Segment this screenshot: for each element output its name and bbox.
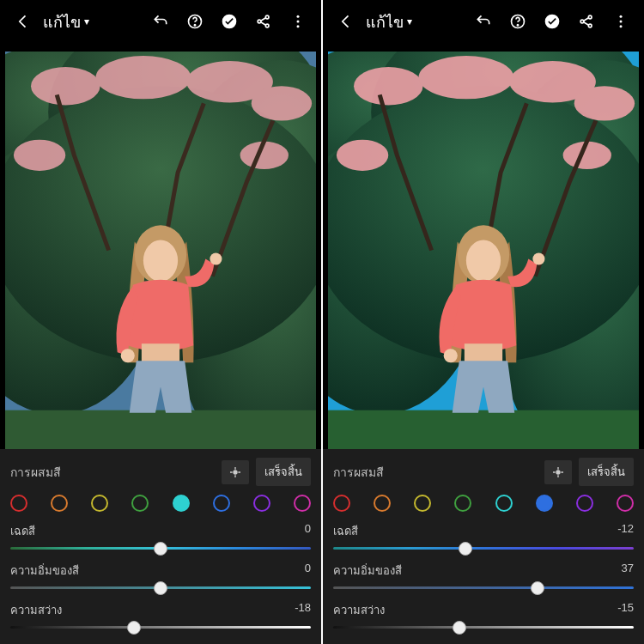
svg-point-1 bbox=[194, 25, 195, 26]
mix-label: การผสมสี bbox=[333, 463, 384, 482]
svg-point-37 bbox=[620, 25, 623, 27]
swatch-yellow[interactable] bbox=[91, 495, 108, 512]
svg-point-4 bbox=[265, 15, 269, 19]
svg-point-53 bbox=[466, 240, 501, 281]
slider-thumb[interactable] bbox=[154, 542, 167, 556]
svg-point-6 bbox=[297, 15, 300, 18]
svg-point-32 bbox=[580, 20, 584, 23]
swatch-purple[interactable] bbox=[253, 495, 270, 512]
svg-point-17 bbox=[96, 56, 191, 99]
lum-track[interactable] bbox=[333, 626, 634, 629]
sat-track[interactable] bbox=[10, 586, 311, 589]
confirm-icon[interactable] bbox=[538, 7, 567, 36]
target-picker-icon[interactable] bbox=[222, 460, 249, 484]
sat-value: 37 bbox=[622, 562, 634, 580]
slider-thumb[interactable] bbox=[127, 621, 141, 635]
color-swatches bbox=[10, 495, 311, 512]
topbar: แก้ไข▾ bbox=[323, 0, 644, 43]
svg-rect-56 bbox=[465, 343, 502, 362]
done-button[interactable]: เสร็จสิ้น bbox=[579, 458, 634, 486]
hue-track[interactable] bbox=[10, 547, 311, 550]
done-button[interactable]: เสร็จสิ้น bbox=[256, 458, 311, 486]
swatch-magenta[interactable] bbox=[294, 495, 311, 512]
svg-point-35 bbox=[620, 15, 623, 18]
svg-point-28 bbox=[234, 471, 237, 474]
svg-point-34 bbox=[588, 24, 592, 27]
svg-point-20 bbox=[14, 140, 65, 171]
target-picker-icon[interactable] bbox=[544, 460, 572, 484]
swatch-red[interactable] bbox=[333, 495, 350, 512]
svg-rect-27 bbox=[142, 343, 179, 362]
svg-rect-22 bbox=[5, 410, 316, 449]
color-mix-controls: การผสมสี เสร็จสิ้น เฉดสี-12 ความอิ่มของส… bbox=[323, 449, 644, 644]
svg-point-7 bbox=[297, 21, 300, 23]
slider-thumb[interactable] bbox=[453, 621, 466, 635]
swatch-yellow[interactable] bbox=[414, 495, 431, 512]
share-icon[interactable] bbox=[249, 7, 278, 36]
title-dropdown[interactable]: แก้ไข▾ bbox=[43, 9, 89, 34]
hue-value: 0 bbox=[305, 522, 311, 540]
help-icon[interactable] bbox=[180, 7, 210, 36]
hue-track[interactable] bbox=[333, 547, 634, 550]
swatch-aqua[interactable] bbox=[173, 495, 190, 512]
svg-point-3 bbox=[258, 20, 261, 23]
svg-point-46 bbox=[419, 56, 514, 99]
undo-icon[interactable] bbox=[146, 7, 175, 36]
svg-point-33 bbox=[588, 15, 592, 19]
swatch-green[interactable] bbox=[454, 495, 471, 512]
sat-value: 0 bbox=[305, 562, 311, 580]
swatch-orange[interactable] bbox=[374, 495, 391, 512]
svg-point-54 bbox=[444, 349, 458, 362]
sat-track[interactable] bbox=[333, 586, 634, 589]
svg-point-26 bbox=[210, 253, 222, 265]
svg-point-48 bbox=[574, 86, 635, 120]
lum-track[interactable] bbox=[10, 626, 311, 629]
title-dropdown[interactable]: แก้ไข▾ bbox=[366, 9, 412, 34]
hue-value: -12 bbox=[617, 522, 634, 540]
swatch-purple[interactable] bbox=[576, 495, 593, 512]
image-preview bbox=[0, 43, 321, 449]
svg-rect-51 bbox=[328, 410, 639, 449]
chevron-down-icon: ▾ bbox=[407, 15, 412, 27]
editor-panel-right: แก้ไข▾ bbox=[323, 0, 644, 644]
svg-point-45 bbox=[354, 67, 423, 105]
swatch-orange[interactable] bbox=[51, 495, 68, 512]
slider-thumb[interactable] bbox=[459, 542, 472, 556]
slider-luminance: ความสว่าง-18 bbox=[10, 601, 311, 629]
svg-point-24 bbox=[143, 240, 178, 281]
more-icon[interactable] bbox=[283, 7, 313, 36]
more-icon[interactable] bbox=[606, 7, 635, 36]
swatch-blue[interactable] bbox=[213, 495, 230, 512]
image-preview bbox=[323, 43, 644, 449]
slider-thumb[interactable] bbox=[531, 581, 544, 595]
confirm-icon[interactable] bbox=[215, 7, 244, 36]
swatch-red[interactable] bbox=[10, 495, 27, 512]
help-icon[interactable] bbox=[503, 7, 532, 36]
slider-saturation: ความอิ่มของสี0 bbox=[10, 562, 311, 589]
page-title: แก้ไข bbox=[366, 9, 404, 34]
slider-thumb[interactable] bbox=[154, 581, 167, 595]
swatch-aqua[interactable] bbox=[495, 495, 513, 512]
svg-point-5 bbox=[265, 24, 269, 27]
slider-luminance: ความสว่าง-15 bbox=[333, 601, 634, 629]
svg-point-8 bbox=[297, 25, 300, 27]
share-icon[interactable] bbox=[572, 7, 601, 36]
back-icon[interactable] bbox=[331, 7, 361, 36]
swatch-magenta[interactable] bbox=[617, 495, 634, 512]
svg-point-19 bbox=[252, 86, 312, 120]
svg-point-49 bbox=[337, 140, 388, 171]
svg-point-25 bbox=[121, 349, 135, 362]
page-title: แก้ไข bbox=[43, 9, 81, 34]
topbar: แก้ไข▾ bbox=[0, 0, 321, 43]
slider-saturation: ความอิ่มของสี37 bbox=[333, 562, 634, 589]
swatch-green[interactable] bbox=[131, 495, 149, 512]
slider-hue: เฉดสี-12 bbox=[333, 522, 634, 550]
lum-value: -18 bbox=[295, 601, 311, 619]
undo-icon[interactable] bbox=[469, 7, 498, 36]
color-mix-controls: การผสมสี เสร็จสิ้น เฉดสี0 ความอิ่มของสี0 bbox=[0, 449, 321, 644]
back-icon[interactable] bbox=[9, 7, 38, 36]
svg-point-30 bbox=[517, 25, 518, 26]
editor-panel-left: แก้ไข▾ bbox=[0, 0, 321, 644]
lum-value: -15 bbox=[617, 601, 634, 619]
swatch-blue[interactable] bbox=[536, 495, 553, 512]
